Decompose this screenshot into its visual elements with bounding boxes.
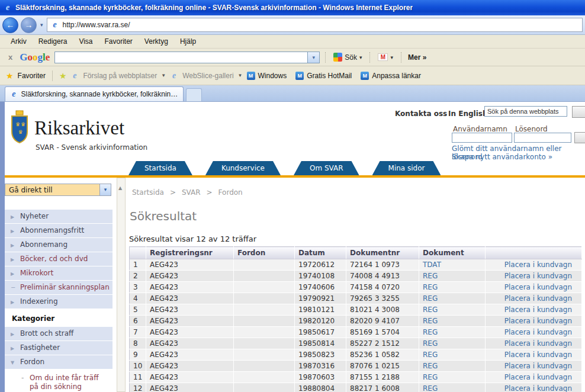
sidebar-item[interactable]: Abonnemang [5, 238, 112, 252]
favorites-button[interactable]: Favoriter [18, 72, 46, 80]
sidebar-item[interactable]: Nyheter [5, 210, 112, 223]
menu-bar: ArkivRedigeraVisaFavoriterVerktygHjälp [0, 35, 585, 49]
site-nav-tab[interactable]: Mina sidor [372, 161, 441, 175]
site-nav-tab[interactable]: Kundservice [205, 161, 281, 175]
address-input[interactable]: e http://www.svar.ra.se/ [47, 18, 583, 32]
favorites-bar-link[interactable]: M Windows [247, 72, 287, 80]
header-action [486, 247, 582, 259]
add-to-cart-link[interactable]: Placera i kundvagn [504, 317, 572, 325]
history-dropdown-button[interactable] [40, 22, 43, 28]
dokument-link[interactable]: REG [423, 328, 438, 336]
dokument-link[interactable]: REG [423, 317, 438, 325]
chevron-down-icon [238, 73, 243, 78]
add-to-cart-link[interactable]: Placera i kundvagn [504, 261, 572, 269]
google-toolbar: x Google Sök M Mer » [0, 49, 585, 66]
site-nav-tab[interactable]: Om SVAR [294, 161, 359, 175]
site-search-input[interactable] [484, 106, 567, 117]
sidebar-item[interactable]: Indexering [5, 295, 112, 309]
tab-active[interactable]: e Släktforskning, skannade kyrkböcker, f… [5, 86, 184, 101]
google-search-dropdown[interactable] [308, 52, 320, 63]
table-row: 11 AEG423 19870603 87155 1 2188 REG Plac… [130, 372, 582, 383]
cell-action: Placera i kundvagn [486, 383, 582, 392]
sidebar-item[interactable]: Mikrokort [5, 266, 112, 280]
suggested-sites-button[interactable]: Förslag på webbplatser [83, 72, 157, 80]
add-to-cart-link[interactable]: Placera i kundvagn [504, 328, 572, 336]
sidebar-subitem-label: Om du inte får träff på din sökning [30, 374, 98, 391]
web-page: ♛ ♛ ♛ Riksarkivet SVAR - Svensk arkivinf… [0, 102, 585, 392]
dokument-link[interactable]: REG [423, 294, 438, 303]
sidebar-category-item[interactable]: Fastigheter [5, 341, 112, 355]
add-to-cart-link[interactable]: Placera i kundvagn [504, 373, 572, 381]
sidebar-item-fordon[interactable]: Fordon [5, 355, 112, 369]
contact-link[interactable]: Kontakta oss [395, 110, 447, 118]
row-number: 10 [130, 361, 146, 372]
add-to-cart-link[interactable]: Placera i kundvagn [504, 339, 572, 348]
sidebar-subitem[interactable]: Om du inte får träff på din sökning [30, 374, 109, 391]
dokument-link[interactable]: TDAT [423, 261, 441, 269]
add-to-cart-link[interactable]: Placera i kundvagn [504, 351, 572, 359]
site-search-button[interactable] [572, 106, 585, 118]
dokument-link[interactable]: REG [423, 272, 438, 280]
cell-fordon [234, 259, 295, 271]
cell-datum: 19870603 [295, 372, 346, 383]
favorites-bar-link[interactable]: M Anpassa länkar [361, 72, 421, 80]
add-favorite-icon[interactable] [59, 71, 67, 81]
dokument-link[interactable]: REG [423, 362, 438, 370]
content-scrollbar[interactable] [117, 178, 126, 392]
menu-item[interactable]: Favoriter [99, 36, 139, 47]
sidebar-item[interactable]: Böcker, cd och dvd [5, 252, 112, 266]
menu-item[interactable]: Visa [73, 36, 98, 47]
dokument-link[interactable]: REG [423, 351, 438, 359]
dokument-link[interactable]: REG [423, 339, 438, 348]
create-account-link[interactable]: Skapa nytt användarkonto » [452, 153, 552, 161]
menu-item[interactable]: Verktyg [139, 36, 174, 47]
more-button[interactable]: Mer » [408, 53, 426, 62]
gmail-button[interactable]: M [375, 53, 396, 61]
add-to-cart-link[interactable]: Placera i kundvagn [504, 306, 572, 314]
tab-bar: e Släktforskning, skannade kyrkböcker, f… [0, 85, 585, 102]
dokument-link[interactable]: REG [423, 283, 438, 291]
close-toolbar-button[interactable]: x [8, 53, 12, 62]
login-button[interactable] [574, 132, 585, 143]
cell-fordon [234, 304, 295, 316]
riksarkivet-home-link[interactable]: ♛ ♛ ♛ Riksarkivet SVAR - Svensk arkivinf… [11, 110, 206, 160]
google-search-button[interactable]: Sök [331, 53, 364, 62]
cell-action: Placera i kundvagn [486, 282, 582, 293]
ie-icon: e [10, 89, 17, 99]
new-tab-button[interactable] [186, 88, 202, 101]
menu-item[interactable]: Arkiv [5, 36, 33, 47]
favorites-bar-link[interactable]: M Gratis HotMail [295, 72, 352, 80]
webslice-gallery-button[interactable]: WebSlice-galleri [182, 72, 233, 80]
back-button[interactable] [2, 17, 18, 33]
sidebar-category-item[interactable]: Brott och straff [5, 327, 112, 340]
goto-select[interactable]: Gå direkt till [5, 184, 111, 196]
dokument-link[interactable]: REG [423, 373, 438, 381]
sidebar-item[interactable]: Abonnemangsfritt [5, 224, 112, 237]
breadcrumb-current[interactable]: Fordon [218, 188, 243, 197]
add-to-cart-link[interactable]: Placera i kundvagn [504, 362, 572, 370]
menu-item[interactable]: Hjälp [174, 36, 202, 47]
add-to-cart-link[interactable]: Placera i kundvagn [504, 294, 572, 303]
password-input[interactable] [514, 133, 571, 143]
sidebar: Gå direkt till Nyheter Abonnemangsfritt … [5, 178, 112, 392]
add-to-cart-link[interactable]: Placera i kundvagn [504, 283, 572, 291]
english-link[interactable]: In English [448, 110, 487, 118]
add-to-cart-link[interactable]: Placera i kundvagn [504, 272, 572, 280]
google-logo-letter: g [37, 52, 43, 63]
menu-item[interactable]: Redigera [33, 36, 73, 47]
username-input[interactable] [452, 133, 512, 143]
scroll-up-arrow-icon[interactable] [118, 181, 122, 192]
site-nav-tab[interactable]: Startsida [128, 161, 192, 175]
breadcrumb-link-svar[interactable]: SVAR [182, 188, 201, 197]
cell-datum: 19740108 [295, 271, 346, 282]
breadcrumb-link-startsida[interactable]: Startsida [132, 188, 164, 197]
sidebar-item[interactable]: Preliminär skanningsplan [5, 281, 112, 294]
table-row: 10 AEG423 19870316 87076 1 0215 REG Plac… [130, 361, 582, 372]
dokument-link[interactable]: REG [423, 306, 438, 314]
add-to-cart-link[interactable]: Placera i kundvagn [504, 384, 572, 392]
google-search-input[interactable] [54, 52, 308, 63]
result-count: Sökresultat visar 12 av 12 träffar [129, 234, 585, 243]
forward-button[interactable] [21, 17, 37, 33]
dokument-link[interactable]: REG [423, 384, 438, 392]
navigation-bar: e http://www.svar.ra.se/ [0, 15, 585, 35]
